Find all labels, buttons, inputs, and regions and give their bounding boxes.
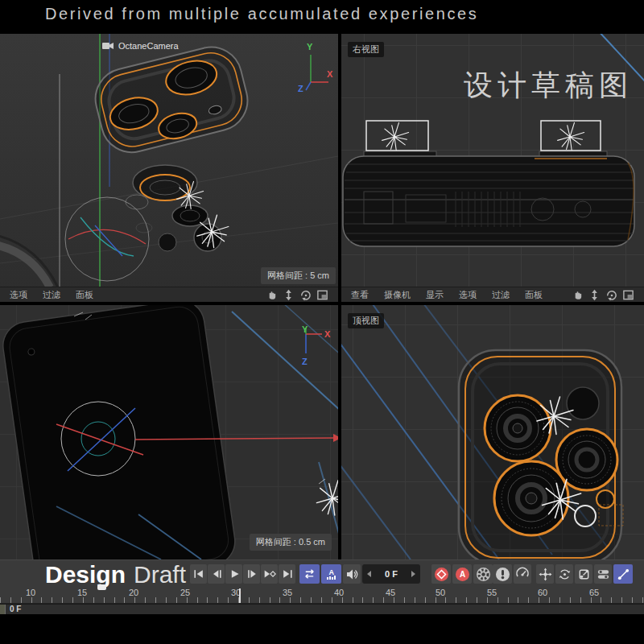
timeline-playhead[interactable] — [97, 584, 106, 590]
keyframe-settings-icon — [476, 567, 491, 582]
maximize-icon[interactable] — [622, 289, 634, 301]
prev-frame-button[interactable] — [208, 564, 225, 584]
view-label-right: 右视图 — [348, 42, 384, 57]
perspective-canvas[interactable] — [0, 34, 338, 287]
next-key-button[interactable] — [261, 564, 278, 584]
playback-rate-icon — [515, 567, 530, 581]
front-view-canvas[interactable] — [0, 305, 338, 559]
playback-rate-button[interactable] — [514, 564, 531, 584]
menu-view[interactable]: 查看 — [351, 289, 369, 301]
axis-gizmo-front: Y X Z — [295, 324, 332, 373]
loop-mode-button[interactable] — [299, 564, 320, 584]
record-keyframe-button[interactable] — [431, 564, 451, 584]
ruler-tick-label: 15 — [70, 588, 94, 597]
watermark-text: 设计草稿图 — [464, 66, 633, 105]
menu-panel[interactable]: 面板 — [76, 289, 93, 301]
record-mode-button[interactable] — [493, 564, 512, 584]
ruler-tick-label: 45 — [378, 588, 402, 597]
zoom-icon[interactable] — [588, 289, 601, 301]
axis-y-label: Y — [307, 42, 313, 52]
rotate-icon[interactable] — [605, 289, 617, 301]
ruler-tick-label: 25 — [173, 588, 197, 597]
ruler-tick-label: 60 — [530, 588, 555, 597]
view-label-top: 顶视图 — [348, 313, 384, 328]
speaker-button[interactable] — [343, 564, 361, 584]
zoom-icon[interactable] — [283, 289, 295, 301]
axis-x-label: X — [324, 329, 331, 339]
record-pla-icon — [617, 568, 630, 581]
goto-start-icon — [192, 568, 205, 580]
play-sound-button[interactable]: A — [321, 564, 341, 584]
pan-hand-icon[interactable] — [266, 289, 278, 301]
perspective-menubar: 选项 过滤 面板 — [0, 287, 338, 302]
camera-label[interactable]: OctaneCamera — [101, 40, 179, 52]
record-keyframe-icon — [434, 567, 449, 582]
menu-options[interactable]: 选项 — [10, 289, 27, 301]
next-frame-icon — [246, 568, 258, 580]
ruler-tick-label: 30 — [224, 588, 248, 597]
menu-filter[interactable]: 过滤 — [492, 289, 510, 301]
play-button[interactable] — [225, 564, 242, 584]
viewport-perspective: OctaneCamera Y X Z 网格间距 : 5 cm 选项 过滤 面板 — [0, 34, 338, 302]
record-scale-icon — [577, 568, 591, 581]
record-parameter-button[interactable] — [594, 564, 612, 584]
timeline-tick-strip[interactable] — [0, 597, 644, 604]
play-icon — [228, 568, 241, 580]
rotate-icon[interactable] — [299, 289, 312, 301]
axis-y-label: Y — [302, 324, 308, 334]
top-view-canvas[interactable] — [341, 305, 644, 559]
speaker-icon — [345, 568, 358, 580]
menu-filter[interactable]: 过滤 — [43, 289, 60, 301]
scrubber-frame-label: 0 F — [10, 605, 21, 614]
goto-start-button[interactable] — [190, 564, 207, 584]
ruler-tick-label: 20 — [122, 588, 146, 597]
next-frame-button[interactable] — [243, 564, 260, 584]
ruler-tick-label: 10 — [19, 588, 43, 597]
axis-z-label: Z — [302, 357, 308, 366]
next-key-icon — [262, 568, 277, 580]
menu-display[interactable]: 显示 — [426, 289, 444, 301]
autokey-button[interactable]: A — [452, 564, 472, 584]
sound-letter: A — [328, 568, 334, 576]
timeline-ruler[interactable]: 10 15 20 25 30 35 40 45 50 55 60 65 — [0, 588, 644, 597]
ruler-tick-label: 35 — [275, 588, 299, 597]
title-band: Derived from multiple accumulated experi… — [0, 0, 644, 34]
pan-hand-icon[interactable] — [572, 289, 584, 301]
record-parameter-icon — [597, 568, 610, 581]
grid-spacing-badge: 网格间距 : 0.5 cm — [250, 534, 332, 551]
sound-a-icon: A — [325, 568, 338, 580]
ruler-tick-label: 55 — [480, 588, 504, 597]
record-position-button[interactable] — [536, 564, 554, 584]
viewport-right-view: 右视图 设计草稿图 查看 摄像机 显示 选项 过滤 面板 — [341, 34, 644, 302]
keyframe-settings-button[interactable] — [473, 564, 493, 584]
page-title: Derived from multiple accumulated experi… — [0, 0, 644, 23]
brand-bold: Design — [45, 561, 126, 588]
frame-increment-icon[interactable] — [411, 571, 415, 577]
prev-frame-icon — [210, 568, 223, 580]
camera-label-text: OctaneCamera — [118, 41, 179, 51]
ruler-tick-label: 65 — [582, 588, 606, 597]
animation-toolbar: DesignDraft A 0 F A — [0, 559, 644, 588]
menu-panel[interactable]: 面板 — [525, 289, 543, 301]
axis-gizmo-perspective: Y X Z — [296, 40, 333, 93]
record-rotation-button[interactable] — [555, 564, 573, 584]
brand-text: DesignDraft — [45, 561, 186, 588]
menu-options[interactable]: 选项 — [459, 289, 477, 301]
goto-end-button[interactable] — [279, 564, 295, 584]
timeline-scrubber[interactable]: 0 F — [0, 604, 644, 614]
record-pla-button[interactable] — [613, 564, 633, 584]
axis-z-label: Z — [298, 84, 303, 93]
scrubber-handle[interactable] — [0, 605, 6, 614]
record-mode-icon — [495, 567, 510, 582]
record-scale-button[interactable] — [575, 564, 592, 584]
viewport-top-view: 顶视图 — [341, 305, 644, 559]
brand-light: Draft — [134, 561, 186, 588]
ruler-tick-label: 50 — [428, 588, 452, 597]
menu-cameras[interactable]: 摄像机 — [384, 289, 411, 301]
record-rotation-icon — [558, 568, 572, 581]
camera-icon — [101, 40, 114, 52]
current-frame-field[interactable]: 0 F — [362, 564, 420, 584]
frame-decrement-icon[interactable] — [367, 571, 371, 577]
autokey-letter: A — [460, 570, 465, 579]
maximize-icon[interactable] — [316, 289, 328, 301]
